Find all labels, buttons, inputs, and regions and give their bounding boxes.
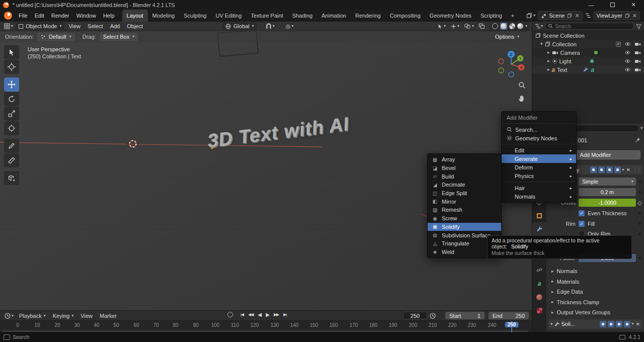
blender-logo-icon[interactable]	[4, 12, 12, 20]
play-reverse-button[interactable]: ◀	[257, 312, 263, 317]
axis-neg-x-ball[interactable]	[499, 59, 504, 64]
timeline-menu-view[interactable]: View	[77, 313, 96, 319]
expand-icon[interactable]: ▸	[547, 67, 550, 72]
hide-eye-icon[interactable]	[624, 59, 631, 63]
screen-layout-button[interactable]: ▾	[526, 13, 535, 19]
hide-eye-icon[interactable]	[624, 50, 631, 55]
mode-dropdown[interactable]: Simple▾	[579, 178, 636, 186]
tab-geometry-nodes[interactable]: Geometry Nodes	[425, 10, 476, 22]
menu-help[interactable]: Help	[100, 10, 118, 22]
viewlayer-selector[interactable]: ViewLayer ✕	[594, 11, 640, 20]
wireframe-shading-button[interactable]	[492, 23, 498, 29]
prev-keyframe-button[interactable]: ◀◀	[247, 312, 254, 317]
timeline-menu-keying[interactable]: Keying▾	[50, 313, 77, 319]
tab-uv-editing[interactable]: UV Editing	[211, 10, 246, 22]
scene-selector[interactable]: Scene ✕	[538, 11, 582, 20]
timeline-menu-playback[interactable]: Playback▾	[16, 313, 49, 319]
viewport-navigation-gizmo[interactable]: Z Y X	[495, 48, 527, 80]
modifier-extras-button[interactable]: ▾	[632, 322, 634, 326]
orientation-dropdown[interactable]: Default▾	[37, 33, 75, 41]
menu-item-edit[interactable]: Edit▸	[502, 146, 576, 154]
gizmos-dropdown[interactable]: ▾	[449, 24, 461, 29]
add-cube-tool[interactable]	[4, 171, 19, 185]
disable-render-icon[interactable]	[634, 59, 641, 63]
drag-dropdown[interactable]: Select Box▾	[100, 33, 138, 41]
section-normals[interactable]: ▸Normals	[546, 266, 644, 277]
annotate-tool[interactable]	[4, 139, 19, 153]
select-box-tool[interactable]	[4, 45, 19, 59]
outliner-editor-icon[interactable]: ▾	[535, 23, 543, 29]
render-toggle[interactable]	[614, 166, 621, 173]
rotate-tool[interactable]	[4, 92, 19, 106]
snap-toggle[interactable]: ▾	[264, 23, 276, 29]
tab-modifiers[interactable]	[532, 222, 546, 236]
expand-icon[interactable]: ▾	[550, 322, 553, 326]
cursor-tool[interactable]	[4, 60, 19, 74]
measure-tool[interactable]	[4, 153, 19, 167]
material-preview-shading-button[interactable]	[509, 23, 515, 29]
next-keyframe-button[interactable]: ▶▶	[273, 312, 280, 317]
viewport-menu-add[interactable]: Add	[107, 23, 123, 29]
drag-handle-icon[interactable]: ⋮⋮	[632, 167, 640, 173]
submenu-item-screw[interactable]: ◉Screw	[428, 214, 501, 223]
jump-to-start-button[interactable]: |◀	[239, 312, 245, 317]
submenu-item-bevel[interactable]: ◪Bevel	[428, 164, 501, 173]
hide-eye-icon[interactable]	[624, 67, 631, 72]
remove-viewlayer-icon[interactable]: ✕	[632, 13, 637, 19]
submenu-item-build[interactable]: ▱Build	[428, 172, 501, 181]
disable-render-icon[interactable]	[634, 67, 641, 72]
tab-sculpting[interactable]: Sculpting	[179, 10, 211, 22]
menu-item-search[interactable]: Search...	[502, 125, 576, 134]
menu-item-geometry-nodes[interactable]: Geometry Nodes	[502, 134, 576, 142]
section-edge-data[interactable]: ▸Edge Data	[546, 287, 644, 297]
axis-neg-z-ball[interactable]	[509, 72, 514, 77]
current-frame-field[interactable]: 250	[403, 312, 427, 319]
edit-mode-toggle[interactable]	[598, 166, 605, 173]
tab-material[interactable]	[533, 290, 546, 304]
submenu-item-remesh[interactable]: ▨Remesh	[428, 206, 501, 214]
tab-object-data[interactable]: a	[533, 277, 546, 290]
tab-modeling[interactable]: Modeling	[148, 10, 180, 22]
menu-item-hair[interactable]: Hair▸	[502, 184, 576, 192]
viewport-menu-view[interactable]: View	[65, 23, 84, 29]
pin-icon[interactable]	[635, 137, 640, 143]
realtime-toggle[interactable]	[616, 321, 622, 327]
keyframe-diamond-button[interactable]: ◇	[636, 200, 643, 206]
zoom-icon[interactable]	[518, 81, 526, 89]
unlink-scene-icon[interactable]: ✕	[575, 13, 579, 19]
auto-keying-toggle[interactable]	[227, 312, 233, 317]
jump-to-end-button[interactable]: ▶|	[282, 312, 287, 317]
menu-render[interactable]: Render	[48, 10, 73, 22]
viewport-menu-select[interactable]: Select	[85, 23, 106, 29]
play-button[interactable]: ▶	[265, 312, 270, 317]
transform-tool[interactable]	[4, 121, 19, 135]
use-preview-range-icon[interactable]	[428, 313, 437, 319]
menu-item-physics[interactable]: Physics▸	[502, 172, 576, 180]
exclude-checkbox[interactable]: ✓	[616, 42, 621, 47]
maximize-button[interactable]	[602, 0, 623, 10]
submenu-item-decimate[interactable]: ◢Decimate	[428, 181, 501, 189]
menu-item-generate[interactable]: Generate▸	[502, 154, 576, 163]
expand-icon[interactable]: ▾	[540, 42, 543, 46]
tab-object[interactable]	[533, 209, 546, 222]
scale-tool[interactable]	[4, 107, 19, 121]
move-tool[interactable]	[4, 77, 19, 92]
outliner-row-text[interactable]: ▸ a Text a	[532, 65, 644, 74]
properties-options-icon[interactable]: ▾	[640, 126, 642, 130]
menu-item-deform[interactable]: Deform▸	[502, 163, 576, 172]
menu-file[interactable]: File	[15, 10, 31, 22]
modifier-panel-header-2[interactable]: ▾ Soli... ▾ ✕	[548, 319, 642, 329]
outliner-searchbox[interactable]	[545, 23, 634, 30]
edit-mode-toggle[interactable]	[608, 321, 614, 327]
3d-cursor[interactable]	[126, 137, 140, 151]
thickness-field[interactable]: 0.2 m	[579, 188, 636, 196]
render-toggle[interactable]	[624, 321, 630, 327]
submenu-item-mirror[interactable]: ◧Mirror	[428, 197, 501, 206]
close-button[interactable]: ✕	[623, 0, 644, 10]
animate-dot[interactable]	[639, 257, 641, 259]
pan-hand-icon[interactable]	[518, 95, 526, 102]
tab-rendering[interactable]: Rendering	[351, 10, 385, 22]
modifier-extras-button[interactable]: ▾	[622, 168, 624, 172]
shading-dropdown[interactable]: ▾	[525, 24, 527, 28]
even-thickness-checkbox[interactable]: ✓	[579, 210, 585, 216]
